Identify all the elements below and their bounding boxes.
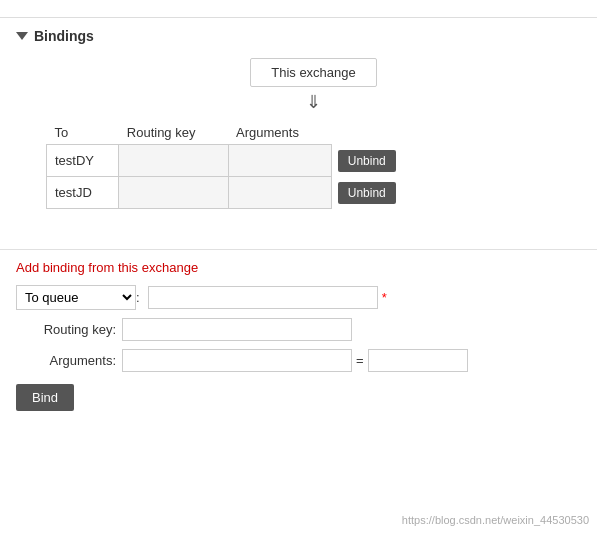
col-arguments: Arguments	[228, 121, 331, 145]
routing-key-row: Routing key:	[16, 318, 581, 341]
exchange-box: This exchange ⇓	[46, 58, 581, 111]
arguments-1	[228, 177, 331, 209]
bind-button[interactable]: Bind	[16, 384, 74, 411]
routing-key-1	[119, 177, 228, 209]
collapse-icon[interactable]	[16, 32, 28, 40]
required-star: *	[382, 290, 387, 305]
col-action	[331, 121, 425, 145]
arguments-label: Arguments:	[16, 353, 116, 368]
section-header: Bindings	[16, 28, 581, 44]
add-binding-section: Add binding from this exchange To queue …	[0, 249, 597, 427]
routing-key-input[interactable]	[122, 318, 352, 341]
queue-name-0: testDY	[47, 145, 119, 177]
unbind-button-0[interactable]: Unbind	[338, 150, 396, 172]
bindings-section: Bindings This exchange ⇓ To Routing key …	[0, 18, 597, 245]
arrow-down-icon: ⇓	[306, 93, 321, 111]
unbind-button-1[interactable]: Unbind	[338, 182, 396, 204]
top-bar	[0, 0, 597, 18]
arguments-row: Arguments: =	[16, 349, 581, 372]
unbind-cell-1: Unbind	[331, 177, 425, 209]
watermark: https://blog.csdn.net/weixin_44530530	[402, 514, 589, 526]
exchange-label: This exchange	[250, 58, 377, 87]
arguments-key-input[interactable]	[122, 349, 352, 372]
equals-sign: =	[356, 353, 364, 368]
arguments-value-input[interactable]	[368, 349, 468, 372]
add-binding-title: Add binding from this exchange	[16, 250, 581, 285]
bindings-table: To Routing key Arguments testDY Unbind t…	[46, 121, 426, 209]
col-to: To	[47, 121, 119, 145]
to-queue-select[interactable]: To queue To exchange	[16, 285, 136, 310]
routing-key-0	[119, 145, 228, 177]
to-queue-input[interactable]	[148, 286, 378, 309]
to-queue-row: To queue To exchange : *	[16, 285, 581, 310]
table-row: testJD Unbind	[47, 177, 426, 209]
queue-name-1: testJD	[47, 177, 119, 209]
table-row: testDY Unbind	[47, 145, 426, 177]
colon-separator: :	[136, 290, 140, 305]
arguments-0	[228, 145, 331, 177]
unbind-cell-0: Unbind	[331, 145, 425, 177]
section-title: Bindings	[34, 28, 94, 44]
col-routing-key: Routing key	[119, 121, 228, 145]
routing-key-label: Routing key:	[16, 322, 116, 337]
